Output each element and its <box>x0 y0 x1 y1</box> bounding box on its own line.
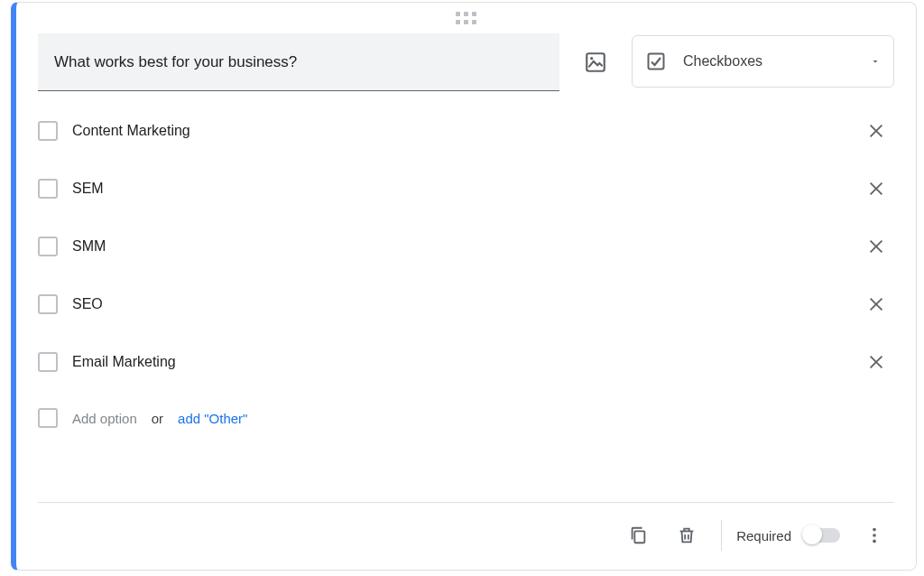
or-text: or <box>152 411 163 426</box>
remove-option-button[interactable] <box>858 344 894 380</box>
checkbox-icon <box>38 352 58 372</box>
option-label-input[interactable]: SEM <box>72 181 844 197</box>
delete-button[interactable] <box>667 516 707 555</box>
option-label-input[interactable]: SEO <box>72 296 844 312</box>
svg-rect-13 <box>634 531 644 543</box>
checkbox-icon <box>38 237 58 256</box>
close-icon <box>866 179 886 199</box>
drag-handle-icon[interactable] <box>456 12 477 25</box>
footer-divider <box>721 520 722 551</box>
checkbox-icon <box>38 179 58 199</box>
close-icon <box>866 294 886 314</box>
remove-option-button[interactable] <box>858 228 894 265</box>
trash-icon <box>677 525 697 545</box>
add-image-button[interactable] <box>576 42 615 82</box>
svg-point-18 <box>873 540 876 543</box>
checkbox-type-icon <box>645 51 667 72</box>
checkbox-icon <box>38 408 58 428</box>
option-row: SEM <box>38 165 894 212</box>
checkbox-icon <box>38 121 58 141</box>
image-icon <box>584 51 607 74</box>
caret-down-icon <box>870 56 881 67</box>
question-card: Checkboxes Content Marketing SEM SMM <box>11 2 917 571</box>
add-option-row: Add option or add "Other" <box>38 400 894 436</box>
remove-option-button[interactable] <box>858 171 894 207</box>
close-icon <box>866 121 886 141</box>
option-row: Content Marketing <box>38 107 894 154</box>
option-row: SEO <box>38 281 894 328</box>
option-label-input[interactable]: Email Marketing <box>72 354 844 370</box>
remove-option-button[interactable] <box>858 113 894 149</box>
close-icon <box>866 352 886 372</box>
question-type-selector[interactable]: Checkboxes <box>632 35 894 88</box>
close-icon <box>866 237 886 256</box>
question-type-label: Checkboxes <box>683 53 854 70</box>
svg-point-17 <box>873 534 876 537</box>
required-label: Required <box>736 528 791 543</box>
svg-point-1 <box>590 57 593 60</box>
add-option-input[interactable]: Add option <box>72 411 137 426</box>
svg-point-16 <box>873 528 876 532</box>
checkbox-icon <box>38 294 58 314</box>
copy-icon <box>628 525 648 545</box>
question-footer: Required <box>38 502 894 555</box>
toggle-knob <box>802 525 822 544</box>
add-other-link[interactable]: add "Other" <box>178 411 247 426</box>
more-options-button[interactable] <box>855 516 894 555</box>
option-label-input[interactable]: Content Marketing <box>72 123 844 139</box>
more-vert-icon <box>864 525 884 545</box>
svg-rect-2 <box>649 54 664 70</box>
options-list: Content Marketing SEM SMM SEO <box>16 91 916 436</box>
option-label-input[interactable]: SMM <box>72 238 844 255</box>
option-row: SMM <box>38 223 894 270</box>
option-row: Email Marketing <box>38 339 894 386</box>
question-title-field[interactable] <box>38 33 559 91</box>
duplicate-button[interactable] <box>618 516 658 555</box>
remove-option-button[interactable] <box>858 286 894 322</box>
required-toggle[interactable] <box>804 528 840 543</box>
question-title-input[interactable] <box>52 52 545 72</box>
